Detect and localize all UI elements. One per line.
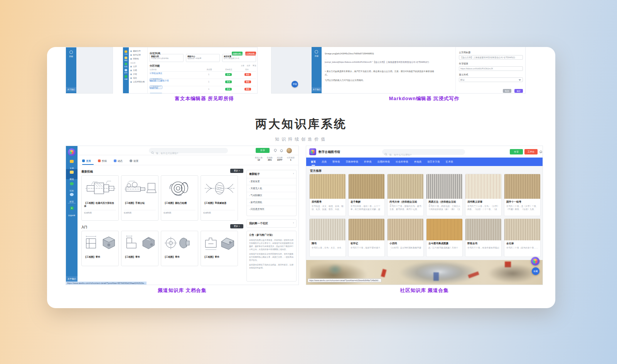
gear-icon[interactable] xyxy=(315,50,318,54)
book-card[interactable]: 隋书 全书共八卷，分为：天文、月令、地… xyxy=(309,218,346,257)
book-title[interactable]: 四书释义讲章 xyxy=(465,199,501,205)
book-title[interactable]: 野客丛书 xyxy=(465,240,501,246)
row-title-link[interactable]: 计算机发展史 xyxy=(150,72,256,75)
nav-item-general[interactable]: 总类 xyxy=(322,160,327,164)
publish-button[interactable]: 发布 xyxy=(225,73,232,76)
post-title[interactable]: 【工程图】零件 xyxy=(121,254,158,260)
sidebar-item-docs[interactable]: 文档 xyxy=(66,158,78,168)
post-title[interactable]: 【工程图】零件 xyxy=(161,254,198,260)
feature-box[interactable]: 新建文档 支持富文本与表格编辑 xyxy=(150,54,184,62)
book-card[interactable]: 尚书大传（仿宋相台五经本） 全书共十三卷，按朝代分为：虞书五卷、夏书四卷、商书十… xyxy=(387,174,424,216)
hot-post-link[interactable]: 新式挖掘机 xyxy=(247,199,296,206)
book-title[interactable]: 初学记 xyxy=(349,240,384,246)
channel-icon[interactable] xyxy=(125,57,127,59)
hot-post-link[interactable]: 大疆无人机 xyxy=(247,185,296,192)
cancel-button[interactable]: 取消 xyxy=(503,89,511,93)
menu-item[interactable]: 素材文件 xyxy=(130,49,147,53)
create-icon[interactable] xyxy=(125,75,127,78)
chevron-right-icon[interactable]: › xyxy=(293,172,294,176)
book-title[interactable]: 四书图考 xyxy=(310,199,346,205)
app-logo[interactable] xyxy=(68,148,76,156)
rail-label[interactable]: 文档 xyxy=(123,53,129,55)
rail-label[interactable]: 社区 xyxy=(123,65,129,67)
confirm-button[interactable]: 确定 xyxy=(514,89,523,93)
share-link-input[interactable]: https://kdocs.cn/l/cbSUFUOk1mJX xyxy=(459,66,523,71)
menu-item[interactable]: 回收站 xyxy=(130,57,147,60)
avatar[interactable] xyxy=(287,148,292,153)
community-icon[interactable] xyxy=(125,63,127,65)
bell-icon[interactable] xyxy=(539,150,543,154)
menu-item[interactable]: 协作记录 xyxy=(130,53,147,57)
menu-item[interactable]: 介绍 xyxy=(130,72,147,76)
mini-sidebar-about[interactable]: 关于我们 xyxy=(66,87,76,92)
book-card[interactable]: 小四书 《小四书》是元明时期私塾教学蒙养… xyxy=(387,218,424,257)
post-title[interactable]: 【工程图】圆柱凸轮槽 xyxy=(161,201,198,209)
markdown-source[interactable]: ![image.png](afc141845c23ecc7fd56d071594… xyxy=(322,47,439,94)
book-title[interactable]: 古今图书集成图纂 xyxy=(427,240,462,246)
floating-logo-button[interactable] xyxy=(531,257,539,265)
doc-icon[interactable] xyxy=(125,50,127,53)
display-mode-select[interactable]: 默认 xyxy=(459,77,523,82)
book-card[interactable]: 四书释义讲章 全书共三十六卷，分为：《大学》四卷、《论语》二十一卷、《孟子》… xyxy=(465,174,502,216)
search-input[interactable]: 嗨，有什么可以帮你? xyxy=(149,148,228,153)
post-card[interactable]: 【工程图】零件 xyxy=(121,231,158,266)
nav-item-philosophy[interactable]: 哲学类 xyxy=(332,160,340,164)
rail-label[interactable]: 创建 xyxy=(123,78,129,80)
help-button[interactable]: 帮助 xyxy=(292,81,298,87)
mini-sidebar-about[interactable]: 关于我们 xyxy=(312,87,322,92)
post-title[interactable]: 【工程图】零件 xyxy=(201,254,238,260)
post-title[interactable]: 【工程图】柱塞式压力泵组合体 xyxy=(82,201,118,209)
nav-item-religion[interactable]: 宗教神学类 xyxy=(346,160,359,164)
book-card[interactable]: 周易王注（仿宋相台五经本） 全书共十卷，内容包括：王弼注六十四卦的卦辞及《彖》《… xyxy=(426,174,463,216)
book-title[interactable]: 周易王注（仿宋相台五经本） xyxy=(427,199,462,205)
delete-button[interactable]: 删除 xyxy=(244,73,251,76)
book-card[interactable]: 困学十一经考 全书共二十卷，含《大学》一卷、《中庸》两卷、《论语》九卷、《… xyxy=(504,174,541,216)
book-card[interactable]: 古今图书集成图纂 此《古今图书集成图纂》共四十卷，… xyxy=(426,218,463,257)
sidebar-item-friends[interactable]: 好友 xyxy=(66,191,78,201)
delete-button[interactable]: 删除 xyxy=(244,88,251,91)
book-card[interactable]: 野客丛书 全书共三十卷，收录作者各类笔记六… xyxy=(465,218,502,257)
search-input[interactable]: 嗨，有什么可以帮你? xyxy=(382,149,465,155)
tool-pin[interactable]: 置顶 xyxy=(253,65,256,67)
nav-item-history-geo[interactable]: 史地类 xyxy=(414,160,422,164)
tab-settings[interactable]: 设置 xyxy=(130,159,138,163)
post-card[interactable]: 【工程图】手摇台钻 机械制图 xyxy=(121,175,158,221)
mini-sidebar-top-label[interactable]: 目标 xyxy=(66,55,76,57)
book-title[interactable]: 金石录 xyxy=(504,240,540,246)
menu-item[interactable]: 公告管理文档 xyxy=(130,80,147,84)
tab-submit[interactable]: 投稿 xyxy=(98,159,107,163)
friends-icon[interactable] xyxy=(125,69,127,71)
nav-item-language[interactable]: 语言文字类 xyxy=(427,160,440,164)
lightbulb-icon[interactable] xyxy=(273,149,277,153)
book-card[interactable]: 初学记 全书共三十卷，取材于群经诸子、历… xyxy=(348,218,385,257)
doc-title-input[interactable]: 【金山文档】上海张述要世科技有限责任公司-证书SW5(2) xyxy=(459,55,523,60)
post-card[interactable]: 【工程图】柱塞式压力泵组合体 机械制图 xyxy=(81,175,119,221)
gear-icon[interactable] xyxy=(69,50,73,54)
book-title[interactable]: 老子集解 xyxy=(349,199,384,205)
menu-item[interactable]: 信息 xyxy=(130,76,147,80)
post-card[interactable]: 【工程图】双级减速器 机械制图 xyxy=(201,175,238,221)
sidebar-item-create[interactable]: + 快速创建 xyxy=(66,205,78,216)
library-logo[interactable] xyxy=(309,148,316,155)
post-card[interactable]: 【工程图】圆柱凸轮槽 机械制图 xyxy=(161,175,198,221)
menu-item[interactable]: 文档 xyxy=(130,68,147,72)
tool-sort[interactable]: 排序 xyxy=(247,65,250,67)
favorite-button[interactable]: 收藏 xyxy=(532,267,539,275)
rail-label[interactable]: 频道 xyxy=(123,59,129,61)
post-title[interactable]: 【工程图】双级减速器 xyxy=(201,201,238,209)
share-button[interactable]: 分享 xyxy=(256,148,270,153)
book-title[interactable]: 隋书 xyxy=(310,240,346,246)
nav-item-home[interactable]: 首页 xyxy=(311,160,316,164)
row-title-link[interactable]: 快速开始 xyxy=(150,87,256,89)
book-card[interactable]: 金石录 全书共二十卷（前为目录十卷，… xyxy=(504,218,541,257)
mini-sidebar-top-label[interactable]: 目标 xyxy=(312,55,322,57)
hot-post-link[interactable]: 问答悬赏专区 xyxy=(247,206,296,213)
menu-item[interactable]: 公开 xyxy=(130,64,147,68)
sidebar-item-channels[interactable]: 频道 xyxy=(66,169,78,179)
tool-articles[interactable]: 文章 xyxy=(241,65,244,67)
post-card[interactable]: 【工程图】零件 xyxy=(161,231,198,266)
book-title[interactable]: 尚书大传（仿宋相台五经本） xyxy=(388,199,423,205)
nav-item-applied-science[interactable]: 应用科学类 xyxy=(378,160,390,164)
nav-item-social-science[interactable]: 社会科学类 xyxy=(396,160,408,164)
chevron-right-icon[interactable]: › xyxy=(293,221,294,225)
